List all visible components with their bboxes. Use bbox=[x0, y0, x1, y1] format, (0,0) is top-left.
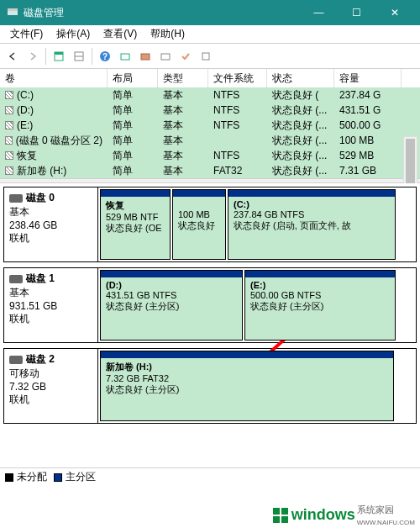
settings-button-1[interactable] bbox=[136, 47, 155, 66]
svg-rect-14 bbox=[281, 508, 288, 515]
extra-button[interactable] bbox=[197, 47, 215, 66]
legend-primary-label: 主分区 bbox=[66, 470, 96, 484]
svg-rect-9 bbox=[141, 54, 150, 60]
legend-unallocated-swatch bbox=[5, 473, 13, 482]
volume-icon bbox=[5, 166, 13, 175]
view-button-2[interactable] bbox=[70, 47, 88, 66]
col-capacity[interactable]: 容量 bbox=[334, 69, 402, 87]
table-header: 卷 布局 类型 文件系统 状态 容量 bbox=[0, 69, 420, 87]
disk-row: 磁盘 1基本931.51 GB联机(D:)431.51 GB NTFS状态良好 … bbox=[3, 267, 417, 343]
disk-info[interactable]: 磁盘 2可移动7.32 GB联机 bbox=[4, 349, 98, 423]
title-bar: 磁盘管理 — ☐ ✕ bbox=[0, 0, 420, 25]
menu-action[interactable]: 操作(A) bbox=[50, 25, 97, 43]
col-layout[interactable]: 布局 bbox=[108, 69, 158, 87]
graphical-view: 磁盘 0基本238.46 GB联机恢复529 MB NTF状态良好 (OE100… bbox=[0, 183, 420, 467]
partition[interactable]: (C:)237.84 GB NTFS状态良好 (启动, 页面文件, 故 bbox=[228, 189, 396, 260]
svg-rect-13 bbox=[273, 508, 280, 515]
svg-text:?: ? bbox=[102, 52, 108, 61]
svg-rect-15 bbox=[273, 516, 280, 523]
window-title: 磁盘管理 bbox=[24, 6, 64, 20]
disk-icon bbox=[9, 194, 23, 203]
svg-rect-10 bbox=[161, 54, 170, 60]
table-row[interactable]: 恢复简单基本NTFS状态良好 (...529 MB bbox=[0, 148, 420, 163]
disk-info[interactable]: 磁盘 1基本931.51 GB联机 bbox=[4, 268, 98, 342]
partition[interactable]: 新加卷 (H:)7.32 GB FAT32状态良好 (主分区) bbox=[100, 351, 394, 421]
refresh-button[interactable] bbox=[116, 47, 134, 66]
svg-rect-1 bbox=[8, 8, 18, 11]
menu-file[interactable]: 文件(F) bbox=[3, 25, 50, 43]
svg-rect-16 bbox=[281, 516, 288, 523]
partition[interactable]: 恢复529 MB NTF状态良好 (OE bbox=[100, 189, 171, 260]
table-row[interactable]: (磁盘 0 磁盘分区 2)简单基本状态良好 (...100 MB bbox=[0, 133, 420, 148]
volume-icon bbox=[5, 91, 13, 99]
table-row[interactable]: (E:)简单基本NTFS状态良好 (...500.00 G bbox=[0, 118, 420, 133]
disk-info[interactable]: 磁盘 0基本238.46 GB联机 bbox=[4, 187, 98, 261]
legend: 未分配 主分区 bbox=[0, 467, 420, 486]
col-status[interactable]: 状态 bbox=[267, 69, 334, 87]
volume-icon bbox=[5, 136, 13, 145]
col-fs[interactable]: 文件系统 bbox=[208, 69, 267, 87]
svg-rect-11 bbox=[202, 53, 209, 60]
toolbar: ? bbox=[0, 44, 420, 69]
back-button[interactable] bbox=[3, 47, 22, 66]
disk-icon bbox=[9, 275, 23, 283]
menu-view[interactable]: 查看(V) bbox=[97, 25, 144, 43]
volume-icon bbox=[5, 121, 13, 129]
close-button[interactable]: ✕ bbox=[375, 0, 413, 25]
help-button[interactable]: ? bbox=[96, 47, 114, 66]
col-volume[interactable]: 卷 bbox=[0, 69, 108, 87]
svg-rect-8 bbox=[121, 54, 129, 60]
view-button-1[interactable] bbox=[50, 47, 68, 66]
disk-row: 磁盘 2可移动7.32 GB联机新加卷 (H:)7.32 GB FAT32状态良… bbox=[3, 348, 417, 424]
menu-bar: 文件(F) 操作(A) 查看(V) 帮助(H) bbox=[0, 25, 420, 44]
volume-icon bbox=[5, 151, 13, 160]
app-icon bbox=[7, 6, 18, 20]
table-row[interactable]: 新加卷 (H:)简单基本FAT32状态良好 (...7.31 GB bbox=[0, 163, 420, 178]
legend-unallocated-label: 未分配 bbox=[17, 470, 47, 484]
legend-primary-swatch bbox=[54, 473, 62, 482]
settings-button-2[interactable] bbox=[156, 47, 175, 66]
menu-help[interactable]: 帮助(H) bbox=[144, 25, 192, 43]
svg-rect-3 bbox=[55, 52, 63, 55]
disk-icon bbox=[9, 356, 23, 364]
watermark: windows系统家园WWW.NAIFU.COM bbox=[271, 504, 415, 526]
minimize-button[interactable]: — bbox=[300, 0, 338, 25]
table-row[interactable]: (C:)简单基本NTFS状态良好 (237.84 G bbox=[0, 87, 420, 103]
maximize-button[interactable]: ☐ bbox=[338, 0, 375, 25]
volume-table: 卷 布局 类型 文件系统 状态 容量 (C:)简单基本NTFS状态良好 (237… bbox=[0, 69, 420, 178]
col-type[interactable]: 类型 bbox=[158, 69, 208, 87]
partition[interactable]: (E:)500.00 GB NTFS状态良好 (主分区) bbox=[244, 270, 396, 341]
disk-row: 磁盘 0基本238.46 GB联机恢复529 MB NTF状态良好 (OE100… bbox=[3, 187, 417, 262]
partition[interactable]: (D:)431.51 GB NTFS状态良好 (主分区) bbox=[100, 270, 243, 341]
partition[interactable]: 100 MB状态良好 bbox=[172, 189, 226, 260]
forward-button[interactable] bbox=[24, 47, 42, 66]
table-row[interactable]: (D:)简单基本NTFS状态良好 (...431.51 G bbox=[0, 103, 420, 118]
action-button[interactable] bbox=[176, 47, 195, 66]
volume-icon bbox=[5, 106, 13, 114]
